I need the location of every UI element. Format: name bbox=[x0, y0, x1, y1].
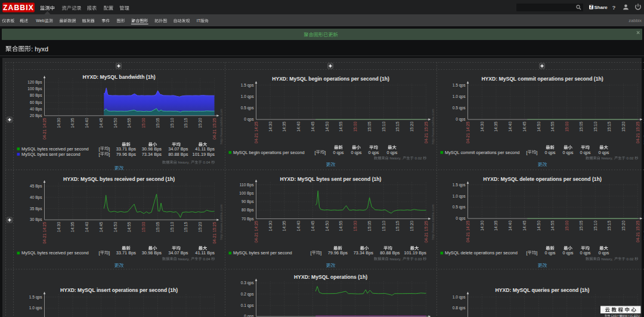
svg-text:110 Bps: 110 Bps bbox=[240, 183, 254, 187]
svg-text:MySQL bytes sent per second: MySQL bytes sent per second bbox=[233, 250, 292, 256]
svg-text:04-21 15:25: 04-21 15:25 bbox=[424, 121, 428, 143]
svg-text:0 qps: 0 qps bbox=[386, 150, 397, 155]
svg-text:15:20: 15:20 bbox=[410, 121, 414, 131]
svg-text:70 Bps: 70 Bps bbox=[242, 217, 254, 221]
svg-text:]: ] bbox=[536, 250, 537, 256]
svg-text:14:40: 14:40 bbox=[85, 222, 89, 232]
svg-text:04-21 14:25: 04-21 14:25 bbox=[42, 222, 47, 244]
svg-text:]: ] bbox=[320, 250, 321, 256]
svg-text:HYXD: MySQL begin operations p: HYXD: MySQL begin operations per second … bbox=[272, 76, 389, 82]
svg-text:14:30: 14:30 bbox=[57, 118, 61, 128]
svg-text:15:10: 15:10 bbox=[382, 121, 386, 131]
svg-text:41.11 Bps: 41.11 Bps bbox=[195, 146, 215, 152]
svg-text:1.5 qps: 1.5 qps bbox=[241, 83, 254, 88]
svg-text:14:30: 14:30 bbox=[480, 121, 484, 131]
svg-text:0 qps: 0 qps bbox=[351, 150, 361, 155]
svg-text:0.5 qps: 0.5 qps bbox=[241, 106, 254, 110]
svg-text:34.07 Bps: 34.07 Bps bbox=[168, 146, 188, 152]
svg-text:0 qps: 0 qps bbox=[544, 250, 555, 256]
svg-text:0 qps: 0 qps bbox=[598, 250, 609, 256]
svg-text:14:35: 14:35 bbox=[70, 222, 75, 232]
svg-text:http://www.zabbix.com: http://www.zabbix.com bbox=[431, 109, 435, 144]
svg-text:14:45: 14:45 bbox=[99, 118, 103, 128]
svg-text:]: ] bbox=[109, 146, 110, 152]
svg-text:15:15: 15:15 bbox=[395, 221, 400, 231]
svg-text:WWW.YJC.EDU: WWW.YJC.EDU bbox=[620, 315, 640, 317]
svg-text:15:00: 15:00 bbox=[353, 121, 357, 131]
svg-text:60 Bps: 60 Bps bbox=[30, 100, 42, 105]
svg-text:04-21 15:25: 04-21 15:25 bbox=[212, 222, 216, 244]
svg-text:15:10: 15:10 bbox=[593, 220, 597, 230]
svg-text:CAS: CAS bbox=[611, 315, 616, 317]
svg-text:0 qps: 0 qps bbox=[562, 250, 573, 256]
svg-text:14:50: 14:50 bbox=[325, 121, 329, 131]
svg-text:14:40: 14:40 bbox=[508, 220, 512, 230]
svg-text:79.96 Bps: 79.96 Bps bbox=[116, 152, 137, 157]
svg-text:15:15: 15:15 bbox=[607, 121, 611, 131]
svg-text:35 Bps: 35 Bps bbox=[30, 207, 42, 211]
svg-text:120 Bps: 120 Bps bbox=[27, 80, 42, 85]
svg-text:history,: history, bbox=[601, 257, 613, 261]
svg-text:101.19 Bps: 101.19 Bps bbox=[404, 250, 427, 256]
svg-text:14:45: 14:45 bbox=[99, 222, 103, 232]
svg-text:04-21 14:25: 04-21 14:25 bbox=[254, 221, 258, 243]
svg-text:15:20: 15:20 bbox=[198, 222, 202, 232]
svg-text:15:15: 15:15 bbox=[395, 121, 400, 131]
svg-text:14:30: 14:30 bbox=[480, 220, 484, 230]
svg-text:14:50: 14:50 bbox=[113, 222, 117, 232]
svg-text:history,: history, bbox=[178, 160, 190, 164]
svg-text:15:20: 15:20 bbox=[198, 118, 202, 128]
svg-text:15:10: 15:10 bbox=[382, 221, 386, 231]
svg-text:33.71 Bps: 33.71 Bps bbox=[116, 250, 137, 256]
svg-text:MySQL bytes received per secon: MySQL bytes received per second bbox=[21, 146, 89, 152]
svg-text:40 Bps: 40 Bps bbox=[30, 107, 42, 112]
svg-text:0 qps: 0 qps bbox=[598, 150, 609, 155]
svg-text:history,: history, bbox=[178, 257, 190, 261]
svg-text:]: ] bbox=[536, 150, 537, 155]
svg-text:15:00: 15:00 bbox=[565, 220, 569, 230]
svg-text:HYXD: MySQL bytes received per: HYXD: MySQL bytes received per second (1… bbox=[63, 176, 175, 182]
svg-text:15:20: 15:20 bbox=[621, 220, 626, 230]
svg-text:30 Bps: 30 Bps bbox=[30, 217, 42, 222]
svg-text:15:00: 15:00 bbox=[141, 118, 145, 128]
svg-text:14:50: 14:50 bbox=[113, 118, 117, 128]
svg-text:0 qps: 0 qps bbox=[244, 314, 254, 317]
svg-text:0 qps: 0 qps bbox=[544, 150, 555, 155]
svg-text:14:50: 14:50 bbox=[537, 121, 541, 131]
svg-text:0 qps: 0 qps bbox=[244, 117, 254, 122]
svg-text:1.5 qps: 1.5 qps bbox=[453, 183, 466, 187]
svg-text:40 Bps: 40 Bps bbox=[30, 195, 42, 200]
svg-text:1.5 qps: 1.5 qps bbox=[29, 295, 42, 300]
svg-text:15:05: 15:05 bbox=[156, 118, 160, 128]
svg-text:HYXD: MySQL operations (1h): HYXD: MySQL operations (1h) bbox=[294, 274, 367, 280]
svg-text:0 qps: 0 qps bbox=[580, 150, 590, 155]
svg-text:41.11 Bps: 41.11 Bps bbox=[195, 250, 215, 256]
svg-text:14:35: 14:35 bbox=[282, 221, 286, 231]
svg-text:0 qps: 0 qps bbox=[333, 150, 343, 155]
svg-text:100 Bps: 100 Bps bbox=[27, 87, 42, 91]
svg-text:15:20: 15:20 bbox=[410, 221, 414, 231]
svg-text:80.88 Bps: 80.88 Bps bbox=[380, 250, 400, 256]
svg-text:zabbix: zabbix bbox=[628, 18, 642, 23]
svg-text:14:40: 14:40 bbox=[85, 118, 89, 128]
svg-text:HYXD: MySQL queries per second: HYXD: MySQL queries per second (1h) bbox=[496, 287, 590, 293]
svg-text:15:05: 15:05 bbox=[156, 222, 160, 232]
svg-text:14:55: 14:55 bbox=[339, 121, 343, 131]
svg-text:20 Bps: 20 Bps bbox=[30, 113, 42, 118]
svg-text:73.34 Bps: 73.34 Bps bbox=[142, 152, 162, 157]
svg-text:1.0 qps: 1.0 qps bbox=[453, 94, 466, 99]
svg-text:0.3 qps: 0.3 qps bbox=[241, 281, 254, 285]
svg-text:101.19 Bps: 101.19 Bps bbox=[193, 152, 215, 157]
svg-text:15:00: 15:00 bbox=[565, 121, 569, 131]
svg-text:MySQL bytes received per secon: MySQL bytes received per second bbox=[21, 250, 89, 256]
svg-text:1.0 qps: 1.0 qps bbox=[453, 194, 466, 199]
svg-text:33.71 Bps: 33.71 Bps bbox=[116, 146, 137, 152]
svg-text:history,: history, bbox=[389, 257, 401, 261]
svg-text:14:40: 14:40 bbox=[508, 121, 512, 131]
svg-text:14:35: 14:35 bbox=[282, 121, 286, 131]
svg-text:Share: Share bbox=[595, 5, 608, 10]
svg-text:14:45: 14:45 bbox=[311, 221, 315, 231]
svg-text:14:45: 14:45 bbox=[522, 220, 527, 230]
svg-text:14:50: 14:50 bbox=[325, 221, 329, 231]
svg-text:MySQL bytes sent per second: MySQL bytes sent per second bbox=[21, 152, 80, 157]
